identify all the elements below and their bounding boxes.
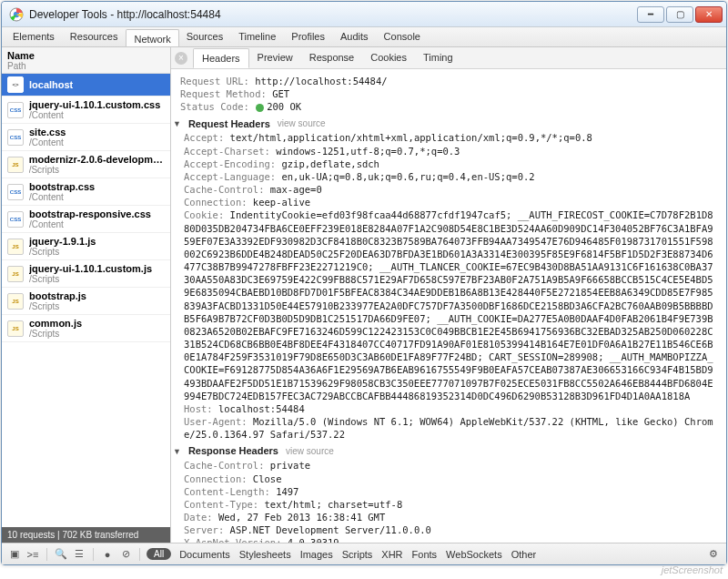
window-titlebar: Developer Tools - http://localhost:54484… xyxy=(2,2,726,27)
header-value: private xyxy=(265,460,311,471)
clear-icon[interactable]: ⊘ xyxy=(118,547,133,562)
request-row[interactable]: CSSbootstrap-responsive.css/Content xyxy=(2,206,170,233)
close-button[interactable]: ✕ xyxy=(695,6,723,23)
js-file-icon: JS xyxy=(7,320,24,337)
request-path: /Content xyxy=(29,137,66,147)
request-row[interactable]: JScommon.js/Scripts xyxy=(2,315,170,342)
filter-websockets[interactable]: WebSockets xyxy=(441,547,507,562)
js-file-icon: JS xyxy=(7,239,24,255)
filter-icon[interactable]: ☰ xyxy=(72,547,86,562)
request-row[interactable]: JSmodernizr-2.0.6-development/Scripts xyxy=(2,151,170,178)
dock-icon[interactable]: ▣ xyxy=(7,547,22,562)
header-value: text/html,application/xhtml+xml,applicat… xyxy=(224,132,592,143)
transfer-status: 10 requests | 702 KB transferred xyxy=(2,527,170,543)
request-name: jquery-1.9.1.js xyxy=(29,236,96,247)
tab-elements[interactable]: Elements xyxy=(5,27,63,46)
request-name: bootstrap-responsive.css xyxy=(29,208,151,219)
status-ok-icon xyxy=(256,104,264,112)
css-file-icon: CSS xyxy=(7,129,24,146)
header-value: 1497 xyxy=(270,486,299,497)
panel-tabs: ElementsResourcesNetworkSourcesTimelineP… xyxy=(2,27,726,47)
request-path: /Content xyxy=(29,110,160,120)
request-name: jquery-ui-1.10.1.custom.js xyxy=(29,263,152,274)
cookie-header: IndentityCookie=efd03f98fcaa44d68877cfdf… xyxy=(184,209,713,401)
window-title: Developer Tools - http://localhost:54484 xyxy=(29,8,637,21)
header-value: gzip,deflate,sdch xyxy=(276,158,379,169)
js-file-icon: JS xyxy=(7,293,24,310)
tab-resources[interactable]: Resources xyxy=(63,27,126,46)
css-file-icon: CSS xyxy=(7,211,24,228)
filter-documents[interactable]: Documents xyxy=(175,547,235,562)
header-value: windows-1251,utf-8;q=0.7,*;q=0.3 xyxy=(270,146,460,157)
close-details-button[interactable]: × xyxy=(175,52,187,65)
console-icon[interactable]: >≡ xyxy=(25,547,40,562)
header-value: ASP.NET Development Server/11.0.0.0 xyxy=(224,524,431,535)
bottom-toolbar: ▣ >≡ 🔍 ☰ ● ⊘ All DocumentsStylesheetsIma… xyxy=(2,543,726,564)
search-icon[interactable]: 🔍 xyxy=(54,547,68,562)
detail-tab-headers[interactable]: Headers xyxy=(193,48,249,68)
filter-other[interactable]: Other xyxy=(507,547,541,562)
js-file-icon: JS xyxy=(7,266,24,282)
detail-tab-timing[interactable]: Timing xyxy=(415,48,461,67)
request-path: /Scripts xyxy=(29,165,165,175)
request-path: /Scripts xyxy=(29,329,82,339)
filter-all[interactable]: All xyxy=(147,548,171,560)
request-path: /Scripts xyxy=(29,274,152,284)
filter-stylesheets[interactable]: Stylesheets xyxy=(235,547,296,562)
tab-console[interactable]: Console xyxy=(377,27,429,46)
settings-icon[interactable]: ⚙ xyxy=(706,547,721,562)
maximize-button[interactable]: ▢ xyxy=(666,6,693,23)
tab-audits[interactable]: Audits xyxy=(333,27,377,46)
css-file-icon: CSS xyxy=(7,184,24,200)
detail-tab-cookies[interactable]: Cookies xyxy=(362,48,415,67)
header-value: Wed, 27 Feb 2013 16:38:41 GMT xyxy=(213,512,386,523)
filter-scripts[interactable]: Scripts xyxy=(338,547,378,562)
request-headers-section[interactable]: ▼Request Headersview source xyxy=(173,117,717,131)
request-row[interactable]: <>localhost xyxy=(2,74,170,96)
filter-fonts[interactable]: Fonts xyxy=(408,547,442,562)
header-value: en,uk-UA;q=0.8,uk;q=0.6,ru;q=0.4,en-US;q… xyxy=(276,171,534,182)
header-value: keep-alive xyxy=(248,197,311,208)
column-header-name[interactable]: Name xyxy=(7,50,165,61)
minimize-button[interactable]: ━ xyxy=(637,6,664,23)
header-value: Close xyxy=(248,473,282,484)
request-url: http://localhost:54484/ xyxy=(255,76,387,86)
document-icon: <> xyxy=(7,76,24,93)
tab-sources[interactable]: Sources xyxy=(179,27,231,46)
response-headers-section[interactable]: ▼Response Headersview source xyxy=(173,444,717,458)
view-source-link[interactable]: view source xyxy=(278,117,326,130)
network-request-list: Name Path <>localhostCSSjquery-ui-1.10.1… xyxy=(2,47,171,543)
request-row[interactable]: JSbootstrap.js/Scripts xyxy=(2,288,170,315)
request-name: jquery-ui-1.10.1.custom.css xyxy=(29,99,160,110)
request-row[interactable]: CSSsite.css/Content xyxy=(2,124,170,151)
request-name: modernizr-2.0.6-development xyxy=(29,154,165,165)
request-name: common.js xyxy=(29,318,82,329)
request-name: bootstrap.js xyxy=(29,290,86,301)
header-value: max-age=0 xyxy=(265,184,322,195)
css-file-icon: CSS xyxy=(7,102,24,118)
tab-timeline[interactable]: Timeline xyxy=(231,27,284,46)
request-path: /Content xyxy=(29,192,95,202)
request-path: /Scripts xyxy=(29,247,96,257)
request-name: bootstrap.css xyxy=(29,181,95,192)
detail-tab-preview[interactable]: Preview xyxy=(249,48,301,67)
request-name: localhost xyxy=(29,79,73,90)
request-row[interactable]: CSSbootstrap.css/Content xyxy=(2,178,170,206)
request-row[interactable]: CSSjquery-ui-1.10.1.custom.css/Content xyxy=(2,96,170,124)
tab-profiles[interactable]: Profiles xyxy=(284,27,333,46)
detail-tab-response[interactable]: Response xyxy=(301,48,363,67)
tab-network[interactable]: Network xyxy=(126,29,178,46)
record-icon[interactable]: ● xyxy=(100,547,115,562)
user-agent-header: Mozilla/5.0 (Windows NT 6.1; WOW64) Appl… xyxy=(184,416,713,440)
filter-xhr[interactable]: XHR xyxy=(377,547,407,562)
host-header: localhost:54484 xyxy=(218,403,305,414)
filter-images[interactable]: Images xyxy=(296,547,338,562)
header-value: text/html; charset=utf-8 xyxy=(258,499,402,510)
column-header-path[interactable]: Path xyxy=(7,61,165,71)
request-method: GET xyxy=(272,88,289,99)
watermark: jetScreenshot xyxy=(662,564,723,575)
headers-panel: Request URL: http://localhost:54484/ Req… xyxy=(171,69,726,543)
request-row[interactable]: JSjquery-ui-1.10.1.custom.js/Scripts xyxy=(2,260,170,288)
request-row[interactable]: JSjquery-1.9.1.js/Scripts xyxy=(2,233,170,260)
view-source-link[interactable]: view source xyxy=(286,445,334,458)
